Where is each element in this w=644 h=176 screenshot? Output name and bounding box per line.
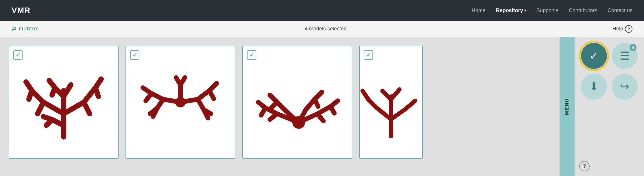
- filters-section[interactable]: ⇄ FILTERS: [12, 26, 39, 32]
- model-2-checkbox[interactable]: ✓: [130, 50, 139, 60]
- help-button[interactable]: Help ?: [612, 25, 632, 33]
- select-button[interactable]: ✓: [581, 43, 607, 69]
- model-card-1: ✓: [9, 46, 119, 159]
- help-circle-icon: ?: [625, 25, 632, 33]
- check-icon-2: ✓: [132, 52, 137, 58]
- svg-line-59: [363, 91, 368, 99]
- brand-logo[interactable]: VMR: [12, 6, 30, 15]
- check-icon-1: ✓: [16, 52, 21, 58]
- svg-line-64: [391, 89, 399, 99]
- model-4-image: [360, 56, 422, 148]
- subbar: ⇄ FILTERS 4 models selected Help ?: [0, 21, 644, 37]
- svg-line-20: [163, 99, 180, 102]
- svg-line-30: [209, 91, 214, 99]
- support-dropdown-arrow: ▾: [556, 7, 558, 14]
- svg-line-8: [84, 102, 90, 114]
- svg-line-27: [180, 99, 198, 102]
- menu-buttons-container: ✓ ☰ 4 ⬇ ↪ ?: [575, 37, 644, 176]
- share-button[interactable]: ↪: [612, 74, 638, 100]
- menu-row-bottom: ⬇ ↪: [579, 74, 639, 100]
- nav-support[interactable]: Support ▾: [536, 7, 558, 14]
- svg-line-46: [271, 102, 277, 108]
- nav-contact[interactable]: Contact us: [608, 8, 632, 14]
- svg-line-55: [315, 99, 318, 107]
- check-icon-4: ✓: [366, 52, 371, 58]
- svg-line-57: [377, 108, 391, 119]
- svg-line-1: [43, 102, 64, 114]
- menu-tab-label: MENU: [564, 98, 570, 115]
- menu-row-top: ✓ ☰ 4: [579, 43, 639, 69]
- svg-line-50: [331, 107, 334, 113]
- repository-dropdown-arrow: ▾: [524, 8, 526, 12]
- collection-button[interactable]: ☰ 4: [612, 43, 638, 69]
- svg-line-51: [318, 114, 323, 121]
- svg-line-3: [38, 102, 43, 114]
- models-selected-count: 4 models selected: [305, 26, 347, 32]
- svg-line-10: [95, 88, 98, 96]
- help-label: Help: [612, 26, 623, 32]
- select-icon: ✓: [589, 50, 599, 62]
- svg-line-61: [405, 101, 415, 109]
- svg-line-41: [261, 108, 265, 115]
- menu-panel: MENU ✓ ☰ 4 ⬇ ↪: [560, 37, 644, 176]
- svg-line-15: [52, 88, 55, 95]
- filters-icon: ⇄: [12, 26, 16, 32]
- model-1-image: [20, 56, 107, 148]
- model-4-checkbox[interactable]: ✓: [364, 50, 373, 60]
- filters-label: FILTERS: [19, 26, 39, 31]
- model-card-2: ✓: [126, 46, 235, 159]
- model-3-image: [254, 56, 341, 148]
- content-area: ✓: [0, 37, 644, 176]
- collection-icon: ☰: [620, 50, 630, 62]
- nav-home[interactable]: Home: [472, 8, 486, 14]
- model-card-4: ✓: [359, 46, 423, 159]
- download-icon: ⬇: [589, 80, 599, 93]
- menu-help-button[interactable]: ?: [579, 161, 590, 171]
- svg-line-60: [391, 109, 405, 119]
- menu-tab[interactable]: MENU: [560, 37, 575, 176]
- model-card-3: ✓: [242, 46, 352, 159]
- svg-line-36: [180, 78, 185, 85]
- collection-badge: 4: [630, 44, 636, 51]
- svg-line-6: [64, 102, 84, 114]
- navbar: VMR Home Repository ▾ Support ▾ Contribu…: [0, 0, 644, 21]
- model-1-checkbox[interactable]: ✓: [13, 50, 23, 60]
- nav-repository[interactable]: Repository ▾: [496, 8, 526, 14]
- navbar-links: Home Repository ▾ Support ▾ Contributors…: [472, 7, 632, 14]
- download-button[interactable]: ⬇: [581, 74, 607, 100]
- share-icon: ↪: [620, 80, 629, 93]
- svg-line-42: [270, 114, 277, 120]
- check-icon-3: ✓: [249, 52, 254, 58]
- svg-line-13: [64, 85, 71, 96]
- svg-line-5: [29, 91, 32, 99]
- nav-contributors[interactable]: Contributors: [569, 8, 597, 14]
- model-2-image: [137, 56, 224, 148]
- svg-line-23: [146, 94, 152, 101]
- model-3-checkbox[interactable]: ✓: [247, 50, 256, 60]
